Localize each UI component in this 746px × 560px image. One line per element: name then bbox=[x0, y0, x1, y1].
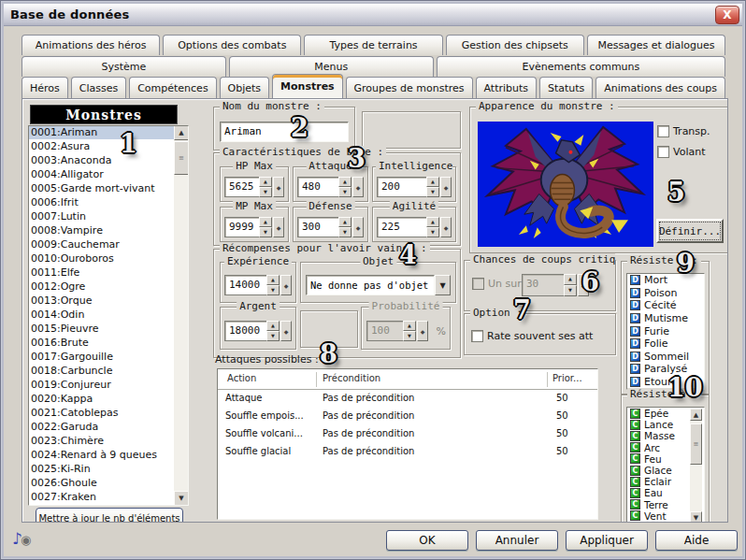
monster-list-item[interactable]: 0003:Anaconda bbox=[28, 153, 174, 167]
dialog-button[interactable]: OK bbox=[386, 530, 468, 551]
scroll-thumb[interactable]: ≡ bbox=[174, 141, 189, 175]
stat-value[interactable]: 300 bbox=[297, 217, 338, 237]
monster-list-item[interactable]: 0022:Garuda bbox=[28, 420, 174, 434]
spin-buttons[interactable]: ▲▼ bbox=[259, 217, 272, 237]
define-button[interactable]: Définir... bbox=[656, 219, 724, 243]
tab[interactable]: Statuts bbox=[539, 77, 593, 98]
monster-list-item[interactable]: 0014:Odin bbox=[28, 308, 174, 322]
scroll-up-icon[interactable]: ▲ bbox=[690, 409, 702, 421]
title-bar[interactable]: Base de données X bbox=[4, 4, 742, 26]
col-precondition[interactable]: Précondition bbox=[323, 373, 380, 383]
dice-button[interactable]: ◆ bbox=[440, 217, 452, 237]
col-priority[interactable]: Prior... bbox=[552, 373, 582, 383]
monster-list-item[interactable]: 0002:Asura bbox=[28, 139, 174, 153]
monster-list-item[interactable]: 0008:Vampire bbox=[28, 223, 174, 237]
dice-button[interactable]: ◆ bbox=[273, 177, 284, 197]
monster-list-item[interactable]: 0016:Brute bbox=[28, 336, 174, 350]
resist-item[interactable]: B Sacré bbox=[627, 522, 704, 523]
attack-row[interactable]: Attaque Pas de précondition 50 bbox=[218, 390, 597, 408]
monster-list-item[interactable]: 0013:Orque bbox=[28, 294, 174, 308]
scroll-up-icon[interactable]: ▲ bbox=[174, 125, 189, 140]
tab[interactable]: Gestion des chipsets bbox=[446, 35, 584, 55]
attr-scrollbar[interactable]: ▲ ≡ ▼ bbox=[690, 409, 702, 523]
dice-button[interactable]: ◆ bbox=[280, 275, 292, 295]
dice-button[interactable]: ◆ bbox=[352, 177, 364, 197]
dialog-button[interactable]: Appliquer bbox=[566, 530, 648, 551]
scroll-down-icon[interactable]: ▼ bbox=[690, 511, 702, 523]
monster-name-input[interactable]: Ariman bbox=[220, 122, 349, 142]
resist-item[interactable]: D Furie bbox=[627, 324, 704, 337]
monster-list-item[interactable]: 0026:Ghoule bbox=[28, 476, 174, 490]
stat-spinner[interactable]: 225 ▲▼ ◆ bbox=[377, 217, 452, 237]
tab[interactable]: Objets bbox=[220, 77, 269, 98]
monster-list-item[interactable]: 0018:Carbuncle bbox=[28, 364, 174, 378]
stat-spinner[interactable]: 200 ▲▼ ◆ bbox=[377, 177, 452, 197]
stat-spinner[interactable]: 480 ▲▼ ◆ bbox=[297, 177, 364, 197]
monster-list-item[interactable]: 0015:Pieuvre bbox=[28, 322, 174, 336]
dialog-button[interactable]: Aide bbox=[655, 530, 738, 551]
dice-button[interactable]: ◆ bbox=[440, 177, 452, 197]
flying-checkbox[interactable] bbox=[657, 146, 669, 158]
monster-list-item[interactable]: 0025:Ki-Rin bbox=[28, 462, 174, 476]
object-dropdown[interactable]: Ne donne pas d'objet ▼ bbox=[306, 275, 451, 295]
object-dropdown-value[interactable]: Ne donne pas d'objet bbox=[306, 275, 435, 295]
dice-button[interactable]: ◆ bbox=[352, 217, 364, 237]
close-button[interactable]: X bbox=[715, 6, 739, 24]
tab[interactable]: Héros bbox=[22, 77, 68, 98]
spin-buttons[interactable]: ▲▼ bbox=[426, 217, 439, 237]
tab[interactable]: Classes bbox=[71, 77, 126, 98]
money-value[interactable]: 18000 bbox=[224, 321, 266, 341]
spin-buttons[interactable]: ▲▼ bbox=[338, 177, 351, 197]
resist-item[interactable]: D Mort bbox=[627, 274, 704, 287]
monster-list-item[interactable]: 0004:Alligator bbox=[28, 167, 174, 181]
resist-item[interactable]: D Folie bbox=[627, 337, 704, 351]
spin-buttons[interactable]: ▲▼ bbox=[426, 177, 439, 197]
exp-spinner[interactable]: 14000 ▲▼ ◆ bbox=[224, 275, 292, 295]
spin-buttons[interactable]: ▲▼ bbox=[338, 217, 351, 237]
monster-list-item[interactable]: 0020:Kappa bbox=[28, 392, 174, 406]
scroll-down-icon[interactable]: ▼ bbox=[174, 491, 189, 506]
tab[interactable]: Options des combats bbox=[163, 35, 301, 55]
tab[interactable]: Types de terrains bbox=[304, 35, 442, 55]
stat-spinner[interactable]: 300 ▲▼ ◆ bbox=[297, 217, 364, 237]
monster-list-item[interactable]: 0001:Ariman bbox=[28, 125, 174, 139]
monster-list-item[interactable]: 0019:Conjureur bbox=[28, 378, 174, 392]
monster-list-item[interactable]: 0024:Renard à 9 queues bbox=[28, 448, 174, 462]
exp-value[interactable]: 14000 bbox=[224, 275, 266, 295]
monster-list-item[interactable]: 0023:Chimère bbox=[28, 434, 174, 448]
list-scrollbar[interactable]: ▲ ≡ ▼ bbox=[174, 125, 189, 506]
attack-row[interactable]: Souffle empois... Pas de précondition 50 bbox=[218, 408, 597, 425]
monster-list-item[interactable]: 0007:Lutin bbox=[28, 209, 174, 223]
spin-buttons[interactable]: ▲▼ bbox=[266, 275, 280, 295]
tab[interactable]: Attributs bbox=[476, 77, 538, 98]
transparent-checkbox[interactable] bbox=[657, 125, 669, 137]
monster-list-item[interactable]: 0017:Gargouille bbox=[28, 350, 174, 364]
monster-list-item[interactable]: 0011:Elfe bbox=[28, 266, 174, 280]
miss-often-checkbox[interactable] bbox=[471, 330, 483, 342]
stat-value[interactable]: 225 bbox=[377, 217, 426, 237]
attack-row[interactable]: Souffle volcani... Pas de précondition 5… bbox=[218, 425, 597, 443]
spin-buttons[interactable]: ▲▼ bbox=[266, 321, 280, 341]
tab[interactable]: Evènements communs bbox=[437, 56, 725, 77]
dialog-button[interactable]: Annuler bbox=[476, 530, 558, 551]
resist-item[interactable]: D Etourdi bbox=[627, 376, 704, 389]
attack-row[interactable]: Souffle glacial Pas de précondition 50 bbox=[218, 443, 597, 461]
scroll-thumb[interactable]: ≡ bbox=[690, 424, 702, 465]
dice-button[interactable]: ◆ bbox=[280, 321, 292, 341]
stat-value[interactable]: 480 bbox=[297, 177, 338, 197]
tab[interactable]: Animations des coups bbox=[595, 77, 725, 98]
stat-spinner[interactable]: 9999 ▲▼ ◆ bbox=[224, 217, 284, 237]
resist-item[interactable]: D Poison bbox=[627, 287, 704, 300]
monster-list-item[interactable]: 0005:Garde mort-vivant bbox=[28, 181, 174, 195]
tab[interactable]: Animations des héros bbox=[22, 35, 160, 55]
stat-value[interactable]: 9999 bbox=[224, 217, 259, 237]
stat-value[interactable]: 5625 bbox=[224, 177, 259, 197]
stat-value[interactable]: 200 bbox=[377, 177, 426, 197]
monster-list-item[interactable]: 0009:Cauchemar bbox=[28, 237, 174, 251]
stat-spinner[interactable]: 5625 ▲▼ ◆ bbox=[224, 177, 284, 197]
dice-button[interactable]: ◆ bbox=[273, 217, 284, 237]
resist-item[interactable]: D Cécité bbox=[627, 299, 704, 312]
spin-buttons[interactable]: ▲▼ bbox=[259, 177, 272, 197]
update-count-button[interactable]: Mettre à jour le nb d'éléments bbox=[36, 508, 183, 523]
monster-list-item[interactable]: 0010:Ouroboros bbox=[28, 251, 174, 266]
